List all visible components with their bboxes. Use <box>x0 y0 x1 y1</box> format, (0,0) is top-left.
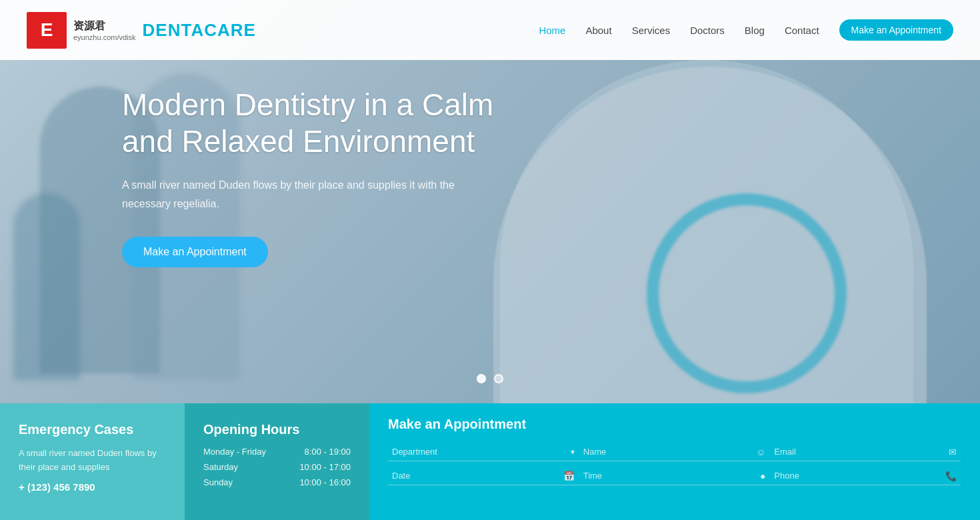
email-envelope-icon: ✉ <box>949 447 957 457</box>
nav-appointment-button[interactable]: Make an Appointment <box>839 19 953 41</box>
appointment-title: Make an Appointment <box>388 417 961 432</box>
date-input[interactable] <box>388 467 579 485</box>
hours-label-1: Monday - Friday <box>203 447 266 457</box>
nav-services[interactable]: Services <box>632 25 671 36</box>
date-field[interactable]: 📅 <box>388 467 579 485</box>
slider-dot-1[interactable] <box>477 374 486 383</box>
nav-blog[interactable]: Blog <box>745 25 765 36</box>
logo-area: E 资源君 eyunzhu.com/vdisk DENTACARE <box>27 12 256 49</box>
phone-field[interactable]: 📞 <box>770 467 961 485</box>
slider-dots <box>477 374 503 383</box>
phone-input[interactable] <box>770 467 961 485</box>
appointment-fields-row1: Department General Orthodontics Surgery … <box>388 443 961 461</box>
hero-cta-button[interactable]: Make an Appointment <box>122 237 268 267</box>
hours-row-3: Sunday 10:00 - 16:00 <box>203 477 351 487</box>
logo-url: eyunzhu.com/vdisk <box>73 33 136 41</box>
appointment-panel: Make an Appointment Department General O… <box>369 403 980 520</box>
time-input[interactable] <box>579 467 770 485</box>
nav-contact[interactable]: Contact <box>785 25 819 36</box>
hours-row-2: Saturday 10:00 - 17:00 <box>203 462 351 472</box>
brand-name: DENTACARE <box>143 20 256 41</box>
name-input[interactable] <box>579 443 770 461</box>
emergency-panel: Emergency Cases A small river named Dude… <box>0 403 185 520</box>
name-person-icon: ☺ <box>756 447 765 457</box>
name-field[interactable]: ☺ <box>579 443 770 461</box>
logo-letter: E <box>41 19 53 41</box>
nav-about[interactable]: About <box>585 25 611 36</box>
nav-home[interactable]: Home <box>539 25 565 36</box>
time-clock-icon: ● <box>760 471 765 481</box>
brand-part1: DENTA <box>143 20 205 40</box>
main-nav: Home About Services Doctors Blog Contact… <box>539 19 953 41</box>
appointment-fields-row2: 📅 ● 📞 <box>388 467 961 485</box>
site-header: E 资源君 eyunzhu.com/vdisk DENTACARE Home A… <box>0 0 980 60</box>
date-calendar-icon: 📅 <box>563 471 575 481</box>
hero-section: Modern Dentistry in a Calm and Relaxed E… <box>0 0 980 403</box>
phone-icon: 📞 <box>945 471 957 481</box>
logo-icon-box: E <box>27 12 67 49</box>
slider-dot-2[interactable] <box>494 374 503 383</box>
logo-chinese: 资源君 <box>73 19 136 33</box>
hours-panel: Opening Hours Monday - Friday 8:00 - 19:… <box>185 403 369 520</box>
email-input[interactable] <box>770 443 961 461</box>
hero-subtitle: A small river named Duden flows by their… <box>122 176 469 212</box>
department-select[interactable]: Department General Orthodontics Surgery <box>388 443 579 461</box>
hours-title: Opening Hours <box>203 422 351 437</box>
department-field[interactable]: Department General Orthodontics Surgery … <box>388 443 579 461</box>
hero-title: Modern Dentistry in a Calm and Relaxed E… <box>122 87 495 160</box>
hours-time-3: 10:00 - 16:00 <box>299 477 351 487</box>
hours-label-2: Saturday <box>203 462 238 472</box>
hours-row-1: Monday - Friday 8:00 - 19:00 <box>203 447 351 457</box>
time-field[interactable]: ● <box>579 467 770 485</box>
hours-time-1: 8:00 - 19:00 <box>305 447 351 457</box>
logo-text: 资源君 eyunzhu.com/vdisk <box>73 19 136 41</box>
brand-part2: CARE <box>204 20 256 40</box>
emergency-text: A small river named Duden flows by their… <box>19 447 166 475</box>
emergency-phone: + (123) 456 7890 <box>19 481 166 493</box>
hours-time-2: 10:00 - 17:00 <box>299 462 351 472</box>
hours-label-3: Sunday <box>203 477 233 487</box>
bottom-panels: Emergency Cases A small river named Dude… <box>0 403 980 520</box>
hero-content: Modern Dentistry in a Calm and Relaxed E… <box>122 87 495 267</box>
nav-doctors[interactable]: Doctors <box>690 25 725 36</box>
emergency-title: Emergency Cases <box>19 422 166 437</box>
email-field[interactable]: ✉ <box>770 443 961 461</box>
